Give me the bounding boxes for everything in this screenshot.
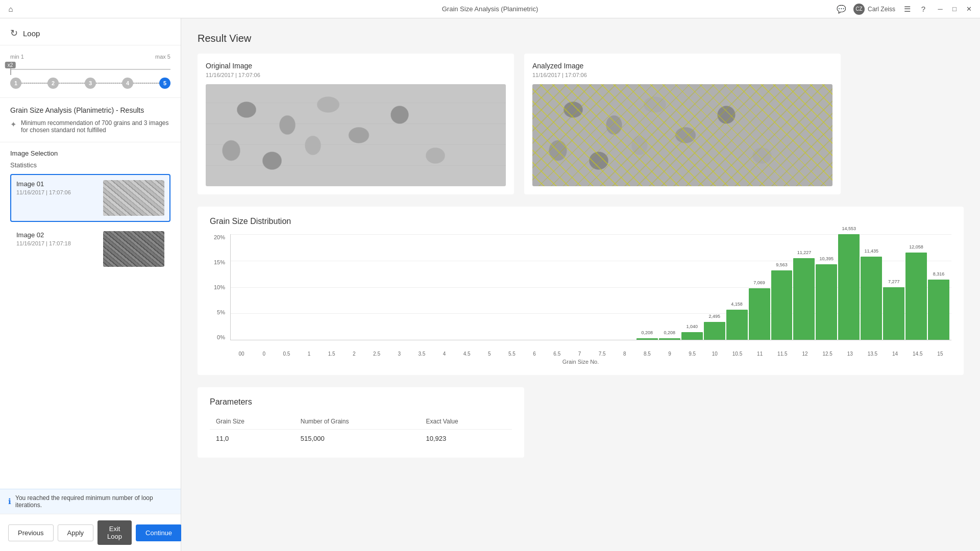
exit-loop-button[interactable]: Exit Loop	[97, 520, 132, 545]
slider-tick	[10, 68, 11, 75]
main-layout: ↻ Loop min 1 max 5 x2 1 2 3 4	[0, 18, 980, 551]
user-info: CZ Carl Zeiss	[853, 4, 895, 15]
results-section: Grain Size Analysis (Planimetric) - Resu…	[0, 98, 181, 142]
x-label-24: 11.5	[771, 351, 794, 357]
analyzed-image-title: Analyzed Image	[532, 62, 832, 70]
image-selection-area: Image Selection Statistics Image 01 11/1…	[0, 142, 181, 489]
maximize-button[interactable]: □	[949, 4, 960, 14]
y-label-0: 0%	[210, 334, 225, 340]
step-2[interactable]: 2	[47, 78, 59, 89]
warning-icon: ✦	[10, 120, 17, 129]
bar-label-18: 0,208	[642, 330, 653, 335]
x-label-7: 3	[388, 351, 410, 357]
image-card-1[interactable]: Image 01 11/16/2017 | 17:07:06	[10, 174, 170, 222]
x-label-11: 5	[478, 351, 501, 357]
x-label-29: 14	[884, 351, 906, 357]
col-grain-size: Grain Size	[210, 414, 295, 430]
original-image-panel: Original Image 11/16/2017 | 17:07:06	[198, 54, 514, 194]
home-icon[interactable]: ⌂	[6, 5, 15, 14]
bar-24: 9,563	[771, 270, 793, 340]
x-label-13: 6	[523, 351, 546, 357]
info-bar: ℹ You reached the required minimum numbe…	[0, 489, 181, 514]
images-row: Original Image 11/16/2017 | 17:07:06 Ana…	[198, 54, 964, 194]
x-label-0: 00	[230, 351, 253, 357]
titlebar: ⌂ Grain Size Analysis (Planimetric) 💬 CZ…	[0, 0, 980, 18]
right-panel: Result View Original Image 11/16/2017 | …	[181, 18, 980, 551]
bar-label-27: 14,553	[842, 226, 856, 231]
apply-button[interactable]: Apply	[58, 524, 94, 541]
bar-label-22: 4,158	[731, 302, 743, 307]
x-label-22: 10.5	[726, 351, 748, 357]
step-1[interactable]: 1	[10, 78, 21, 89]
x-label-5: 2	[343, 351, 365, 357]
minimize-button[interactable]: ─	[935, 4, 945, 14]
bar-21: 2,495	[704, 322, 725, 340]
x-label-1: 0	[253, 351, 275, 357]
image-2-date: 11/16/2017 | 17:07:18	[16, 240, 98, 246]
original-image-display	[206, 84, 506, 186]
parameters-panel: Parameters Grain Size Number of Grains E…	[198, 387, 524, 458]
params-data-row: 11,0 515,000 10,923	[210, 430, 512, 448]
left-panel: ↻ Loop min 1 max 5 x2 1 2 3 4	[0, 18, 181, 551]
loop-icon: ↻	[10, 28, 18, 39]
x-label-25: 12	[794, 351, 816, 357]
avatar: CZ	[853, 4, 865, 15]
x-label-2: 0.5	[275, 351, 298, 357]
bar-28: 11,435	[861, 257, 882, 340]
bar-30: 12,058	[905, 253, 927, 340]
result-view-title: Result View	[198, 33, 964, 44]
steps-row: 1 2 3 4 5	[10, 77, 170, 89]
titlebar-left: ⌂	[6, 5, 15, 14]
previous-button[interactable]: Previous	[8, 524, 54, 541]
analyzed-image-panel: Analyzed Image 11/16/2017 | 17:07:06	[524, 54, 841, 194]
analyzed-image-content	[532, 84, 832, 186]
bar-27: 14,553	[838, 234, 860, 340]
step-4[interactable]: 4	[122, 78, 133, 89]
loop-header: ↻ Loop	[0, 18, 181, 45]
bar-label-19: 0,208	[664, 330, 676, 335]
step-3[interactable]: 3	[85, 78, 96, 89]
warning-text: Minimum recommendation of 700 grains and…	[21, 119, 170, 134]
bar-label-25: 11,227	[797, 250, 812, 255]
continue-button[interactable]: Continue	[136, 524, 182, 541]
menu-icon[interactable]: ☰	[902, 5, 912, 14]
window-controls: ─ □ ✕	[935, 4, 974, 14]
analyzed-image-date: 11/16/2017 | 17:07:06	[532, 72, 832, 78]
min-label: min 1	[10, 54, 24, 60]
step-5[interactable]: 5	[159, 78, 170, 89]
chart-panel: Grain Size Distribution 20% 15% 10% 5% 0…	[198, 207, 964, 375]
bar-label-26: 10,395	[820, 256, 834, 261]
col-num-grains: Number of Grains	[295, 414, 420, 430]
x-label-27: 13	[839, 351, 861, 357]
bar-23: 7,069	[749, 288, 770, 340]
bar-29: 7,277	[883, 287, 904, 340]
x-label-16: 7.5	[591, 351, 614, 357]
chat-icon[interactable]: 💬	[837, 5, 846, 14]
image-card-2[interactable]: Image 02 11/16/2017 | 17:07:18	[10, 225, 170, 273]
x-label-28: 13.5	[861, 351, 884, 357]
help-icon[interactable]: ?	[919, 5, 928, 14]
image-1-thumb	[103, 180, 164, 216]
titlebar-right: 💬 CZ Carl Zeiss ☰ ? ─ □ ✕	[837, 4, 974, 15]
bottom-buttons: Previous Apply Exit Loop Continue ⎕ Step…	[0, 514, 181, 551]
x-label-19: 9	[658, 351, 681, 357]
bar-22: 4,158	[726, 310, 748, 340]
chart-area: 20% 15% 10% 5% 0% 0,2080,2081,0402,4954,…	[210, 234, 951, 357]
x-label-6: 2.5	[365, 351, 388, 357]
image-card-1-info: Image 01 11/16/2017 | 17:07:06	[16, 180, 98, 216]
bar-26: 10,395	[816, 264, 837, 340]
step-connector-1	[21, 83, 47, 84]
analyzed-image-display	[532, 84, 832, 186]
bar-label-20: 1,040	[686, 324, 698, 329]
bar-20: 1,040	[681, 332, 703, 340]
x-label-17: 8	[614, 351, 636, 357]
slider-container: x2	[10, 62, 170, 77]
statistics-label: Statistics	[10, 161, 170, 169]
bar-19: 0,208	[659, 338, 680, 340]
yellow-overlay	[532, 84, 832, 186]
y-label-10: 10%	[210, 284, 225, 290]
max-label: max 5	[155, 54, 170, 60]
step-connector-2	[59, 83, 85, 84]
image-2-name: Image 02	[16, 231, 98, 239]
close-button[interactable]: ✕	[964, 4, 974, 14]
